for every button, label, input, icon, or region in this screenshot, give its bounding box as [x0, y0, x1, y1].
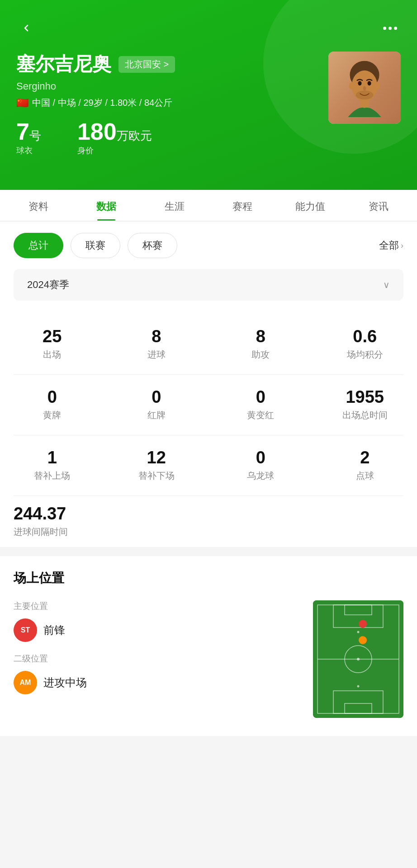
tab-ability[interactable]: 能力值: [276, 190, 344, 221]
player-avatar: [328, 52, 401, 124]
age: 29岁: [83, 98, 102, 108]
hero-info: 塞尔吉尼奥 北京国安 > Serginho 🇨🇳 中国 / 中场 / 29岁 /…: [16, 52, 328, 156]
primary-position-badge: ST: [14, 618, 37, 642]
stats-row-2: 0 黄牌 0 红牌 0 黄变红 1955 出场总时间: [0, 375, 417, 435]
filter-league[interactable]: 联赛: [71, 233, 120, 258]
stat-name-goals: 进球: [109, 349, 204, 361]
position-labels: 主要位置 ST 前锋 二级位置 AM 进攻中场: [14, 600, 299, 705]
jersey-stat: 7号 球衣: [16, 120, 41, 156]
stat-name-penalty: 点球: [317, 470, 413, 482]
market-value-label: 身价: [77, 145, 152, 156]
chevron-down-icon: ∨: [383, 279, 390, 290]
stat-total-time: 1955 出场总时间: [313, 379, 417, 430]
stat-avg-score: 0.6 场均积分: [313, 319, 417, 370]
svg-point-21: [359, 636, 367, 644]
stat-name-yellow-red: 黄变红: [213, 409, 308, 421]
hero-section: 塞尔吉尼奥 北京国安 > Serginho 🇨🇳 中国 / 中场 / 29岁 /…: [0, 0, 417, 190]
season-selector[interactable]: 2024赛季 ∨: [14, 269, 403, 301]
stat-value-avg-score: 0.6: [317, 328, 413, 345]
position-section: 场上位置 主要位置 ST 前锋 二级位置 AM 进攻中场: [0, 556, 417, 736]
stat-goals: 8 进球: [104, 319, 209, 370]
meta-text: 中国 / 中场 / 29岁 / 1.80米 / 84公斤: [32, 97, 172, 109]
market-value-number: 180万欧元: [77, 120, 152, 143]
svg-point-19: [357, 685, 360, 688]
player-name: 塞尔吉尼奥: [16, 52, 111, 77]
stat-own-goal: 0 乌龙球: [208, 440, 313, 491]
primary-position-title: 主要位置: [14, 600, 299, 612]
stat-value-sub-in: 1: [5, 449, 100, 466]
tab-career[interactable]: 生涯: [141, 190, 208, 221]
secondary-badge-row: AM 进攻中场: [14, 671, 299, 694]
tab-schedule[interactable]: 赛程: [208, 190, 276, 221]
face-svg: [335, 58, 394, 117]
back-button[interactable]: [16, 18, 36, 38]
stat-name-sub-out: 替补下场: [109, 470, 204, 482]
filter-row: 总计 联赛 杯赛 全部 ›: [0, 222, 417, 269]
stat-name-avg-score: 场均积分: [317, 349, 413, 361]
stat-sub-in: 1 替补上场: [0, 440, 104, 491]
position: 中场: [58, 98, 76, 108]
filter-all-button[interactable]: 全部 ›: [379, 239, 403, 252]
stat-yellow: 0 黄牌: [0, 379, 104, 430]
tab-bar: 资料 数据 生涯 赛程 能力值 资讯: [0, 190, 417, 221]
weight: 84公斤: [144, 98, 172, 108]
svg-point-2: [358, 81, 361, 85]
jersey-label: 球衣: [16, 145, 41, 156]
tab-profile[interactable]: 资料: [5, 190, 72, 221]
stat-name-goal-interval: 进球间隔时间: [14, 526, 403, 538]
filter-cup[interactable]: 杯赛: [128, 233, 177, 258]
position-content: 主要位置 ST 前锋 二级位置 AM 进攻中场: [14, 600, 403, 718]
tab-data[interactable]: 数据: [72, 190, 140, 221]
stat-name-total-time: 出场总时间: [317, 409, 413, 421]
stat-value-own-goal: 0: [213, 449, 308, 466]
svg-point-3: [368, 81, 371, 85]
chevron-right-icon: ›: [401, 241, 403, 250]
svg-point-5: [349, 82, 354, 90]
dot3: [394, 27, 397, 30]
stats-section: 25 出场 8 进球 8 助攻 0.6 场均积分 0 黄牌: [0, 310, 417, 547]
team-badge[interactable]: 北京国安 >: [118, 56, 175, 73]
stat-assists: 8 助攻: [208, 319, 313, 370]
position-section-title: 场上位置: [14, 570, 403, 587]
stat-name-assists: 助攻: [213, 349, 308, 361]
stats-row-3: 1 替补上场 12 替补下场 0 乌龙球 2 点球: [0, 435, 417, 495]
secondary-position-category: 二级位置 AM 进攻中场: [14, 653, 299, 694]
jersey-number: 7号: [16, 120, 41, 143]
svg-point-16: [357, 631, 360, 633]
avatar-image: [328, 52, 401, 124]
stats-row-1: 25 出场 8 进球 8 助攻 0.6 场均积分: [0, 314, 417, 374]
stat-red: 0 红牌: [104, 379, 209, 430]
hero-name-row: 塞尔吉尼奥 北京国安 >: [16, 52, 328, 77]
player-latin-name: Serginho: [16, 80, 328, 92]
stat-value-goal-interval: 244.37: [14, 505, 403, 522]
flag-icon: 🇨🇳: [16, 97, 28, 109]
dot1: [383, 27, 386, 30]
stat-name-sub-in: 替补上场: [5, 470, 100, 482]
primary-badge-row: ST 前锋: [14, 618, 299, 642]
season-label: 2024赛季: [27, 278, 69, 292]
height: 1.80米: [110, 98, 137, 108]
primary-position-label: 前锋: [43, 623, 65, 637]
stat-value-total-time: 1955: [317, 388, 413, 406]
hero-stats-row: 7号 球衣 180万欧元 身价: [16, 120, 328, 156]
svg-point-4: [363, 86, 366, 91]
stat-penalty: 2 点球: [313, 440, 417, 491]
tab-news[interactable]: 资讯: [345, 190, 412, 221]
dot2: [389, 27, 392, 30]
market-value-stat: 180万欧元 身价: [77, 120, 152, 156]
secondary-position-badge: AM: [14, 671, 37, 694]
field-map: [313, 600, 403, 718]
content-area: 总计 联赛 杯赛 全部 › 2024赛季 ∨ 25 出场 8 进球 8 助攻: [0, 222, 417, 547]
stat-sub-out: 12 替补下场: [104, 440, 209, 491]
stat-value-red: 0: [109, 388, 204, 406]
secondary-position-title: 二级位置: [14, 653, 299, 665]
more-button[interactable]: [379, 23, 401, 33]
top-bar: [16, 18, 401, 38]
filter-total[interactable]: 总计: [14, 233, 63, 258]
stat-name-red: 红牌: [109, 409, 204, 421]
svg-point-6: [375, 82, 380, 90]
stat-value-assists: 8: [213, 328, 308, 345]
stat-name-appearances: 出场: [5, 349, 100, 361]
stat-appearances: 25 出场: [0, 319, 104, 370]
secondary-position-label: 进攻中场: [43, 675, 87, 690]
